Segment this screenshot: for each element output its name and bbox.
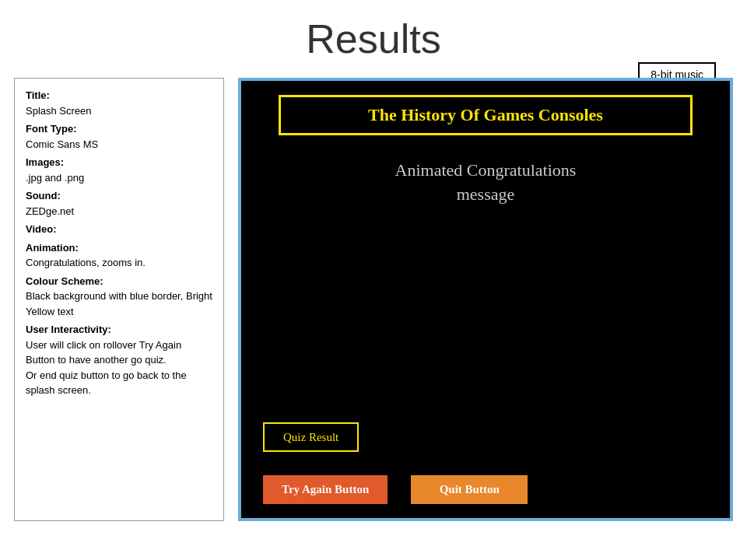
field-value-title: Splash Screen	[26, 103, 212, 119]
congrats-line1: Animated Congratulations	[395, 160, 577, 180]
field-label-interactivity: User Interactivity:	[26, 324, 111, 335]
game-title-bar: The History Of Games Consoles	[279, 95, 693, 135]
field-value-colour: Black background with blue border, Brigh…	[26, 289, 212, 319]
quiz-result-box: Quiz Result	[263, 422, 359, 452]
quiz-result-label: Quiz Result	[283, 431, 338, 443]
congrats-message: Animated Congratulations message	[395, 159, 577, 207]
main-content: Title: Splash Screen Font Type: Comic Sa…	[0, 70, 747, 529]
field-value-font: Comic Sans MS	[26, 137, 212, 152]
field-label-video: Video:	[26, 223, 57, 235]
field-label-sound: Sound:	[26, 190, 61, 201]
bottom-buttons: Try Again Button Quit Button	[255, 475, 716, 504]
preview-panel: The History Of Games Consoles Animated C…	[238, 78, 733, 521]
field-label-font: Font Type:	[26, 123, 76, 135]
quit-button[interactable]: Quit Button	[411, 475, 528, 504]
game-title-text: The History Of Games Consoles	[368, 105, 603, 124]
field-label-title: Title:	[26, 89, 50, 101]
try-again-button[interactable]: Try Again Button	[263, 475, 388, 504]
field-value-animation: Congratulations, zooms in.	[26, 255, 212, 271]
field-label-colour: Colour Scheme:	[26, 275, 103, 287]
field-label-animation: Animation:	[26, 242, 79, 254]
info-panel: Title: Splash Screen Font Type: Comic Sa…	[14, 78, 224, 521]
congrats-line2: message	[457, 184, 515, 204]
field-label-images: Images:	[26, 156, 64, 168]
field-value-interactivity: User will click on rollover Try Again Bu…	[26, 338, 212, 398]
page-title: Results	[0, 0, 747, 70]
field-value-images: .jpg and .png	[26, 170, 212, 186]
field-value-sound: ZEDge.net	[26, 204, 212, 219]
